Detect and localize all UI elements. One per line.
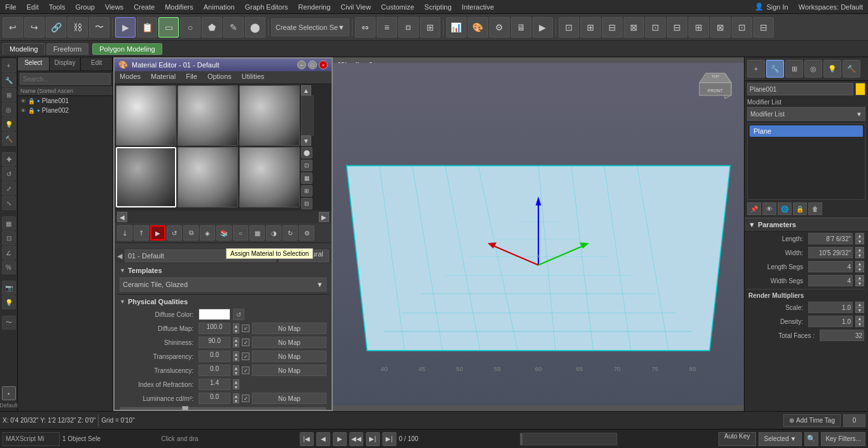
sign-in-btn[interactable]: 👤 Sign In (750, 1, 793, 12)
material-editor-btn[interactable]: 🎨 (468, 17, 488, 38)
mod-stack-show-btn[interactable]: 👁 (762, 202, 776, 215)
mat-menu-modes[interactable]: Modes (115, 71, 146, 83)
mat-side-btn5[interactable]: ⊟ (301, 198, 312, 209)
select-filter-btn[interactable]: ▦ (2, 216, 16, 230)
mat-reset-map-btn[interactable]: ↺ (167, 225, 182, 241)
mat-put-to-scene-btn[interactable]: ⤒ (134, 225, 149, 241)
selected-indicator[interactable]: Selected ▼ (759, 432, 802, 446)
transparency-spinner[interactable]: ▲ ▼ (233, 351, 239, 361)
display-btn[interactable]: 💡 (2, 117, 16, 131)
rp-density-down[interactable]: ▼ (855, 321, 864, 327)
extra9[interactable]: ⊡ (732, 17, 752, 38)
menu-rendering[interactable]: Rendering (293, 2, 336, 12)
ior-spin-up[interactable]: ▲ (233, 379, 239, 384)
mat-scroll-down[interactable]: ▼ (301, 136, 311, 146)
rp-length-spin[interactable]: ▲ ▼ (855, 233, 864, 244)
mat-cycle-btn[interactable]: ↻ (283, 225, 298, 241)
luminance-map-btn[interactable]: No Map (252, 393, 326, 404)
space-warp-btn[interactable]: 〜 (2, 316, 16, 330)
snap-3d-btn[interactable]: ⊡ (2, 231, 16, 245)
viewport[interactable]: [Shading ] (333, 57, 744, 411)
mat-put-to-lib-btn[interactable]: 📚 (216, 225, 232, 241)
extra5[interactable]: ⊡ (645, 17, 666, 38)
translucency-spin-down[interactable]: ▼ (233, 370, 239, 375)
rp-name-input[interactable] (747, 83, 853, 95)
menu-civil-view[interactable]: Civil View (335, 2, 375, 12)
rp-scale-spin[interactable]: ▲ ▼ (855, 302, 864, 313)
rp-lsegs-down[interactable]: ▼ (855, 267, 864, 272)
scene-search[interactable] (20, 73, 111, 85)
anim-prev-frame[interactable]: ◀ (316, 432, 330, 446)
transparency-map-btn[interactable]: No Map (252, 351, 326, 362)
extra7[interactable]: ⊞ (689, 17, 709, 38)
mat-options-btn[interactable]: ⚙ (299, 225, 314, 241)
rp-scale-value[interactable]: 1.0 (808, 302, 853, 313)
layer-btn[interactable]: ⊞ (420, 17, 440, 38)
rp-scale-up[interactable]: ▲ (855, 302, 864, 307)
rp-width-value[interactable]: 10'5 29/32" (808, 247, 853, 258)
mat-next-btn[interactable]: ▶ (319, 212, 329, 222)
mat-prev-btn[interactable]: ◀ (117, 212, 127, 222)
align-view-btn[interactable]: ⧈ (398, 17, 419, 38)
modify-panel-btn[interactable]: 🔧 (2, 73, 16, 87)
rp-wsegs-spin[interactable]: ▲ ▼ (855, 275, 864, 286)
mat-menu-utilities[interactable]: Utilities (237, 71, 269, 83)
mat-menu-material[interactable]: Material (146, 71, 181, 83)
diffuse-map-check[interactable]: ✓ (242, 325, 249, 332)
physical-qualities-header[interactable]: ▼ Physical Qualities (120, 296, 326, 307)
rp-density-spin[interactable]: ▲ ▼ (855, 316, 864, 327)
mod-stack-pin-btn[interactable]: 📌 (747, 202, 761, 215)
mat-bg-check-btn[interactable]: ▦ (249, 225, 265, 241)
select-btn[interactable]: ▶ (115, 17, 136, 38)
translucency-check[interactable]: ✓ (242, 367, 249, 374)
rp-display-btn2[interactable]: 💡 (823, 60, 841, 78)
extra10[interactable]: ⊟ (753, 17, 774, 38)
rp-width-spin[interactable]: ▲ ▼ (855, 247, 864, 258)
plane001-lock-icon[interactable]: 🔒 (28, 98, 35, 104)
ior-value[interactable]: 1.4 (199, 379, 230, 390)
tab-modeling[interactable]: Modeling (3, 43, 45, 55)
translucency-spin-up[interactable]: ▲ (233, 365, 239, 370)
mat-make-unique-btn[interactable]: ◈ (200, 225, 215, 241)
mod-stack-delete-btn[interactable]: 🗑 (808, 202, 822, 215)
mat-go-up-btn[interactable]: ◀ (117, 252, 122, 260)
object-row-plane002[interactable]: 👁 🔒 ● Plane002 (18, 106, 113, 115)
graph-editors-btn[interactable]: 📊 (446, 17, 466, 38)
mat-side-btn3[interactable]: ▦ (301, 172, 312, 184)
menu-interactive[interactable]: Interactive (457, 2, 500, 12)
anim-go-start[interactable]: |◀ (300, 432, 314, 446)
search-btn[interactable]: 🔍 (804, 432, 818, 446)
mat-side-btn4[interactable]: ⊞ (301, 185, 312, 197)
ior-spinner[interactable]: ▲ ▼ (233, 379, 239, 389)
tab-display[interactable]: Display (50, 57, 81, 71)
extra6[interactable]: ⊟ (667, 17, 687, 38)
mat-assign-btn[interactable]: ▶ (150, 225, 165, 241)
create-selection-btn[interactable]: Create Selection Se ▼ (271, 18, 349, 36)
modifier-item-plane[interactable]: Plane (750, 125, 863, 137)
mat-scroll-up[interactable]: ▲ (301, 85, 311, 95)
menu-group[interactable]: Group (70, 2, 100, 12)
mat-side-btn2[interactable]: ⊡ (301, 160, 312, 171)
ior-spin-down[interactable]: ▼ (233, 384, 239, 389)
mod-stack-show-world-btn[interactable]: 🌐 (778, 202, 792, 215)
render-btn[interactable]: 🖥 (511, 17, 531, 38)
transparency-check[interactable]: ✓ (242, 353, 249, 360)
mat-close-btn[interactable]: × (319, 60, 328, 69)
mat-ball-3[interactable] (239, 85, 300, 146)
rp-utilities-btn2[interactable]: 🔨 (843, 60, 860, 78)
shininess-map-btn[interactable]: No Map (252, 337, 326, 348)
menu-scripting[interactable]: Scripting (419, 2, 457, 12)
rp-width-down[interactable]: ▼ (855, 253, 864, 258)
squash-btn[interactable]: ⤡ (2, 196, 16, 210)
timeline[interactable] (520, 433, 617, 445)
rp-density-value[interactable]: 1.0 (808, 316, 853, 327)
mirror-btn[interactable]: ⇔ (355, 17, 375, 38)
mat-maximize-btn[interactable]: □ (308, 60, 317, 69)
mat-menu-options[interactable]: Options (202, 71, 237, 83)
menu-edit[interactable]: Edit (22, 2, 44, 12)
undo-btn[interactable]: ↩ (3, 17, 23, 38)
angle-snap-btn[interactable]: ∠ (2, 246, 16, 260)
maxscript-mini[interactable]: MAXScript Mi (3, 432, 60, 446)
luminance-value[interactable]: 0.0 (199, 393, 230, 404)
menu-animation[interactable]: Animation (199, 2, 240, 12)
